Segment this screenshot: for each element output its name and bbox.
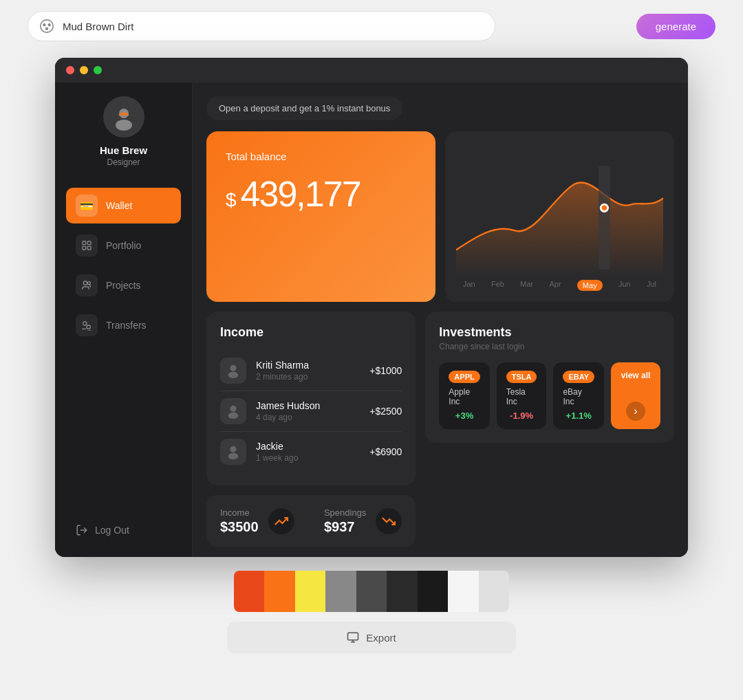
swatch-2[interactable] [264,571,294,612]
svg-rect-10 [87,246,91,250]
stat-income-info: Income $3500 [220,507,259,535]
investments-header: Investments Change since last login [439,325,660,351]
spendings-trend-icon [376,508,402,534]
svg-rect-25 [348,633,358,640]
stat-spendings-info: Spendings $937 [324,507,366,535]
ebay-name: eBay Inc [563,387,594,406]
window-titlebar [55,58,688,83]
income-amount-1: +$1000 [369,365,402,376]
title-input[interactable]: Mud Brown Dirt [28,11,495,41]
svg-point-6 [116,120,132,131]
sidebar-item-label-portfolio: Portfolio [106,240,141,251]
balance-card: Total balance $ 439,177 [206,131,435,302]
ebay-badge: EBAY [563,371,594,383]
income-avatar-1 [220,358,246,384]
svg-point-14 [87,325,90,329]
chart-label-feb: Feb [491,280,504,291]
stat-spendings: Spendings $937 [324,507,402,535]
chart-card: Jan Feb Mar Apr May Jun Jul [445,131,674,302]
balance-dollar: $ [226,189,237,211]
stats-row: Income $3500 [220,507,402,535]
svg-rect-7 [83,241,86,245]
investments-card: Investments Change since last login APPL… [425,311,674,443]
apple-change: +3% [455,411,473,421]
swatch-7[interactable] [418,571,448,612]
generate-button[interactable]: generate [636,14,715,39]
investment-apple: APPL Apple Inc +3% [439,362,489,429]
page-title: Mud Brown Dirt [63,21,481,32]
income-info-2: James Hudson 4 day ago [256,400,369,422]
stat-spendings-label: Spendings [324,507,366,518]
income-card: Income Kriti Sharma 2 minutes ago [206,311,416,485]
logout-label: Log Out [95,525,129,536]
chart-label-jan: Jan [463,280,475,291]
app-window: Hue Brew Designer 💳 Wallet [55,58,688,557]
view-all-button[interactable]: view all › [611,362,660,429]
investments-items: APPL Apple Inc +3% TSLA Tesla Inc -1.9% … [439,362,660,429]
income-avatar-3 [220,439,246,465]
sidebar-item-label-wallet: Wallet [106,200,132,211]
portfolio-icon [76,234,98,256]
wallet-icon: 💳 [76,195,98,217]
minimize-button[interactable] [80,66,88,74]
swatch-3[interactable] [295,571,325,612]
swatch-5[interactable] [356,571,387,612]
palette-icon [38,17,56,35]
swatch-8[interactable] [448,571,478,612]
balance-label: Total balance [226,151,416,162]
balance-number: 439,177 [241,173,360,215]
income-name-1: Kriti Sharma [256,360,369,371]
stats-card: Income $3500 [206,495,416,547]
income-info-1: Kriti Sharma 2 minutes ago [256,360,369,382]
projects-icon [76,274,98,296]
income-info-3: Jackie 1 week ago [256,441,369,463]
nav-items: 💳 Wallet Portfolio [55,188,192,517]
income-time-3: 1 week ago [256,453,369,463]
svg-rect-16 [599,166,610,270]
export-label: Export [366,632,396,644]
swatch-6[interactable] [387,571,417,612]
maximize-button[interactable] [94,66,102,74]
user-role: Designer [107,157,140,167]
stat-income-label: Income [220,507,259,518]
chart-svg [456,142,663,280]
swatch-9[interactable] [479,571,509,612]
income-name-3: Jackie [256,441,369,452]
export-bar[interactable]: Export [227,622,516,653]
export-icon [347,631,359,644]
stat-income-value: $3500 [220,519,259,535]
chart-label-may[interactable]: May [577,280,603,291]
sidebar-item-portfolio[interactable]: Portfolio [66,228,181,263]
income-item-2: James Hudson 4 day ago +$2500 [220,391,402,432]
sidebar-item-label-transfers: Transfers [106,320,147,331]
svg-point-1 [43,24,45,26]
income-title: Income [220,325,402,340]
logout-button[interactable]: Log Out [66,517,181,543]
close-button[interactable] [66,66,74,74]
tesla-change: -1.9% [510,411,533,421]
swatch-1[interactable] [234,571,264,612]
income-amount-3: +$6900 [369,446,402,457]
svg-point-12 [87,282,90,285]
sidebar-item-projects[interactable]: Projects [66,267,181,303]
view-all-label: view all [621,371,651,382]
left-panel: Income Kriti Sharma 2 minutes ago [206,311,416,547]
sidebar-item-label-projects: Projects [106,280,141,291]
investments-subtitle: Change since last login [439,342,660,351]
svg-point-22 [228,413,239,419]
investment-ebay: EBAY eBay Inc +1.1% [553,362,604,429]
svg-rect-8 [87,241,91,245]
svg-point-11 [83,281,87,285]
apple-name: Apple Inc [449,387,480,406]
sidebar-item-wallet[interactable]: 💳 Wallet [66,188,181,223]
chart-label-mar: Mar [520,280,533,291]
stat-income: Income $3500 [220,507,294,535]
sidebar: Hue Brew Designer 💳 Wallet [55,83,193,557]
apple-badge: APPL [449,371,480,383]
sidebar-item-transfers[interactable]: Transfers [66,307,181,343]
svg-point-0 [41,20,53,32]
chart-label-jun: Jun [618,280,631,291]
swatch-4[interactable] [325,571,356,612]
income-amount-2: +$2500 [369,406,402,417]
svg-point-3 [46,28,48,30]
